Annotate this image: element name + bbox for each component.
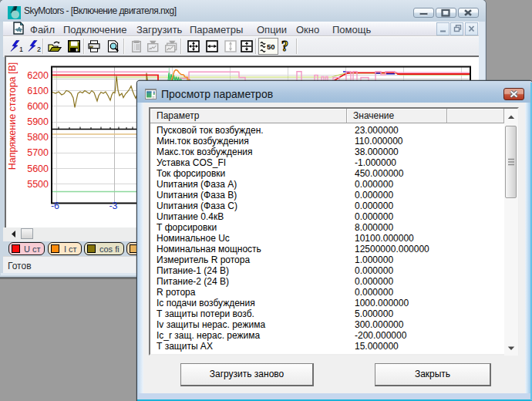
svg-text:6200: 6200: [27, 70, 49, 81]
svg-text:5800: 5800: [27, 132, 49, 143]
svg-text:-3: -3: [109, 200, 117, 211]
svg-text:Напряжение статора [В]: Напряжение статора [В]: [7, 62, 18, 170]
svg-text:1: 1: [19, 45, 23, 53]
svg-text:5600: 5600: [27, 163, 49, 174]
svg-text:6000: 6000: [27, 101, 49, 112]
svg-text:5500: 5500: [27, 179, 49, 190]
svg-text:2: 2: [37, 45, 41, 53]
svg-text:5900: 5900: [27, 116, 49, 127]
svg-text:-6: -6: [51, 200, 59, 211]
svg-text:50: 50: [267, 42, 275, 51]
svg-text:6100: 6100: [27, 86, 49, 96]
svg-text:5700: 5700: [27, 147, 49, 158]
svg-text:?: ?: [281, 39, 288, 54]
